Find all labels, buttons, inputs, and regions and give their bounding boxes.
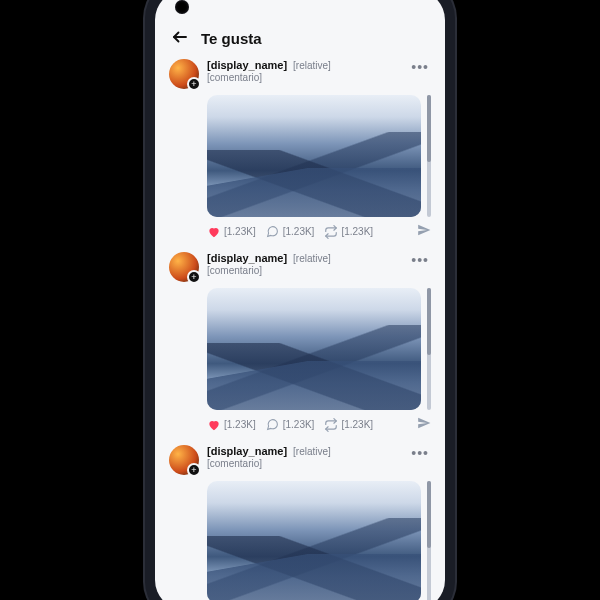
comment-button[interactable]: [1.23K] (266, 418, 315, 432)
front-camera (175, 0, 189, 14)
repost-button[interactable]: [1.23K] (324, 225, 373, 239)
relative-time: [relative] (293, 60, 331, 71)
like-count: [1.23K] (224, 419, 256, 430)
heart-icon (207, 418, 221, 432)
comment-count: [1.23K] (283, 226, 315, 237)
post: + [display_name] [relative] [comentario]… (169, 445, 431, 600)
display-name[interactable]: [display_name] (207, 252, 287, 264)
more-button[interactable]: ••• (409, 252, 431, 268)
post-body (207, 288, 431, 410)
post-actions: [1.23K] [1.23K] [1.23K] (207, 416, 431, 433)
image-scroll-indicator[interactable] (427, 481, 431, 600)
feed: + [display_name] [relative] [comentario]… (155, 59, 445, 600)
avatar[interactable]: + (169, 445, 199, 475)
image-scroll-indicator[interactable] (427, 95, 431, 217)
repost-count: [1.23K] (341, 419, 373, 430)
more-button[interactable]: ••• (409, 59, 431, 75)
page-title: Te gusta (201, 30, 262, 47)
like-button[interactable]: [1.23K] (207, 225, 256, 239)
post-header: + [display_name] [relative] [comentario]… (169, 445, 431, 475)
repost-icon (324, 225, 338, 239)
repost-count: [1.23K] (341, 226, 373, 237)
phone-frame: Te gusta + [display_name] [relative] [co… (145, 0, 455, 600)
image-scroll-indicator[interactable] (427, 288, 431, 410)
header: Te gusta (155, 0, 445, 59)
post-image[interactable] (207, 95, 421, 217)
post-body (207, 95, 431, 217)
back-button[interactable] (171, 28, 189, 49)
post-meta: [display_name] [relative] [comentario] (207, 445, 401, 469)
post-image[interactable] (207, 288, 421, 410)
post-header: + [display_name] [relative] [comentario]… (169, 252, 431, 282)
comment-icon (266, 225, 280, 239)
avatar[interactable]: + (169, 59, 199, 89)
comment-count: [1.23K] (283, 419, 315, 430)
follow-badge-icon[interactable]: + (187, 77, 201, 91)
relative-time: [relative] (293, 446, 331, 457)
post: + [display_name] [relative] [comentario]… (169, 59, 431, 240)
follow-badge-icon[interactable]: + (187, 270, 201, 284)
screen: Te gusta + [display_name] [relative] [co… (155, 0, 445, 600)
more-button[interactable]: ••• (409, 445, 431, 461)
post-image[interactable] (207, 481, 421, 600)
post-actions: [1.23K] [1.23K] [1.23K] (207, 223, 431, 240)
post-caption: [comentario] (207, 72, 401, 83)
post-caption: [comentario] (207, 265, 401, 276)
comment-icon (266, 418, 280, 432)
display-name[interactable]: [display_name] (207, 59, 287, 71)
post-header: + [display_name] [relative] [comentario]… (169, 59, 431, 89)
like-count: [1.23K] (224, 226, 256, 237)
follow-badge-icon[interactable]: + (187, 463, 201, 477)
post-meta: [display_name] [relative] [comentario] (207, 59, 401, 83)
share-button[interactable] (417, 416, 431, 433)
relative-time: [relative] (293, 253, 331, 264)
post: + [display_name] [relative] [comentario]… (169, 252, 431, 433)
post-meta: [display_name] [relative] [comentario] (207, 252, 401, 276)
post-body (207, 481, 431, 600)
post-caption: [comentario] (207, 458, 401, 469)
share-button[interactable] (417, 223, 431, 240)
heart-icon (207, 225, 221, 239)
avatar[interactable]: + (169, 252, 199, 282)
display-name[interactable]: [display_name] (207, 445, 287, 457)
repost-icon (324, 418, 338, 432)
comment-button[interactable]: [1.23K] (266, 225, 315, 239)
like-button[interactable]: [1.23K] (207, 418, 256, 432)
repost-button[interactable]: [1.23K] (324, 418, 373, 432)
